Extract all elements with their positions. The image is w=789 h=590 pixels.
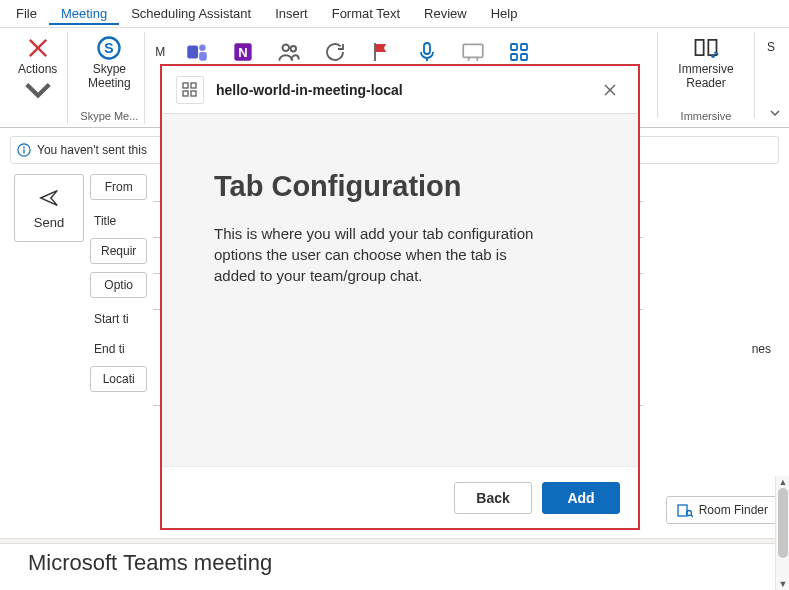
send-label: Send: [34, 215, 64, 230]
back-button[interactable]: Back: [454, 482, 532, 514]
ribbon-collapse-chevron[interactable]: [765, 103, 785, 123]
svg-rect-4: [200, 52, 208, 61]
dialog-header: hello-world-in-meeting-local: [162, 66, 638, 114]
skype-meeting-button[interactable]: S Skype Meeting: [78, 32, 140, 92]
onenote-icon[interactable]: N: [229, 38, 257, 66]
label-m: M: [155, 45, 165, 59]
microphone-icon[interactable]: [413, 38, 441, 66]
svg-rect-9: [424, 43, 430, 54]
room-finder-label: Room Finder: [699, 503, 768, 517]
svg-rect-18: [23, 149, 24, 153]
info-icon: [17, 143, 31, 157]
from-button[interactable]: From: [90, 174, 147, 200]
svg-point-7: [283, 44, 290, 51]
svg-rect-19: [678, 505, 687, 516]
svg-rect-2: [188, 46, 199, 59]
send-icon: [38, 187, 60, 209]
optional-button[interactable]: Optio: [90, 272, 147, 298]
book-audio-icon: [692, 34, 720, 62]
whiteboard-icon[interactable]: [459, 38, 487, 66]
immersive-group-label: Immersive: [681, 110, 732, 124]
skype-icon: S: [95, 34, 123, 62]
tab-config-dialog: hello-world-in-meeting-local Tab Configu…: [160, 64, 640, 530]
svg-rect-13: [511, 54, 517, 60]
svg-rect-14: [521, 54, 527, 60]
send-button[interactable]: Send: [14, 174, 84, 242]
menu-insert[interactable]: Insert: [263, 2, 320, 25]
menu-format-text[interactable]: Format Text: [320, 2, 412, 25]
room-search-icon: [677, 502, 693, 518]
svg-text:S: S: [105, 40, 114, 56]
scrollbar-up-icon[interactable]: ▲: [776, 476, 789, 488]
immersive-reader-button[interactable]: Immersive Reader: [668, 32, 744, 92]
ribbon-overflow-s[interactable]: S: [761, 32, 781, 56]
scrollbar-thumb[interactable]: [778, 488, 788, 558]
apps-grid-icon: [182, 82, 198, 98]
add-button[interactable]: Add: [542, 482, 620, 514]
ribbon-group-actions: Actions: [8, 32, 68, 124]
skype-group-label: Skype Me...: [80, 110, 138, 124]
svg-rect-22: [191, 83, 196, 88]
scrollbar[interactable]: ▲ ▼: [775, 476, 789, 590]
title-label: Title: [90, 208, 147, 230]
skype-label: Skype Meeting: [84, 62, 134, 90]
svg-rect-10: [464, 44, 484, 57]
close-icon: [603, 83, 617, 97]
dialog-title: hello-world-in-meeting-local: [216, 82, 584, 98]
svg-point-15: [711, 54, 715, 58]
svg-rect-24: [191, 91, 196, 96]
actions-label: Actions: [18, 62, 57, 76]
refresh-icon[interactable]: [321, 38, 349, 66]
menu-bar: File Meeting Scheduling Assistant Insert…: [0, 0, 789, 28]
close-x-icon: [24, 34, 52, 62]
dialog-footer: Back Add: [162, 466, 638, 528]
body-heading: Microsoft Teams meeting: [28, 550, 272, 576]
menu-scheduling-assistant[interactable]: Scheduling Assistant: [119, 2, 263, 25]
end-time-label: End ti: [90, 336, 147, 358]
dialog-description: This is where you will add your tab conf…: [214, 223, 544, 286]
time-zones-toggle[interactable]: nes: [752, 342, 779, 356]
dialog-close-button[interactable]: [596, 76, 624, 104]
immersive-label: Immersive Reader: [674, 62, 738, 90]
teams-icon[interactable]: [183, 38, 211, 66]
svg-text:N: N: [239, 45, 248, 60]
svg-point-3: [200, 44, 207, 51]
actions-button[interactable]: Actions: [12, 32, 63, 106]
dialog-body: Tab Configuration This is where you will…: [162, 114, 638, 466]
info-text: You haven't sent this: [37, 143, 147, 157]
room-finder-button[interactable]: Room Finder: [666, 496, 779, 524]
menu-meeting[interactable]: Meeting: [49, 2, 119, 25]
chevron-down-icon: [769, 107, 781, 119]
svg-rect-21: [183, 83, 188, 88]
start-time-label: Start ti: [90, 306, 147, 328]
svg-point-8: [291, 46, 296, 51]
menu-file[interactable]: File: [4, 2, 49, 25]
app-icon: [176, 76, 204, 104]
scrollbar-down-icon[interactable]: ▼: [776, 578, 789, 590]
flag-icon[interactable]: [367, 38, 395, 66]
apps-icon[interactable]: [505, 38, 533, 66]
chevron-down-icon: [24, 76, 52, 104]
menu-help[interactable]: Help: [479, 2, 530, 25]
required-button[interactable]: Requir: [90, 238, 147, 264]
location-button[interactable]: Locati: [90, 366, 147, 392]
people-icon[interactable]: [275, 38, 303, 66]
body-separator: [0, 538, 789, 544]
ribbon-group-immersive: Immersive Reader Immersive: [664, 32, 748, 124]
svg-rect-12: [521, 44, 527, 50]
ribbon-group-skype: S Skype Meeting Skype Me...: [74, 32, 145, 124]
dialog-heading: Tab Configuration: [214, 170, 586, 203]
menu-review[interactable]: Review: [412, 2, 479, 25]
svg-point-17: [23, 147, 25, 149]
svg-rect-23: [183, 91, 188, 96]
svg-rect-11: [511, 44, 517, 50]
